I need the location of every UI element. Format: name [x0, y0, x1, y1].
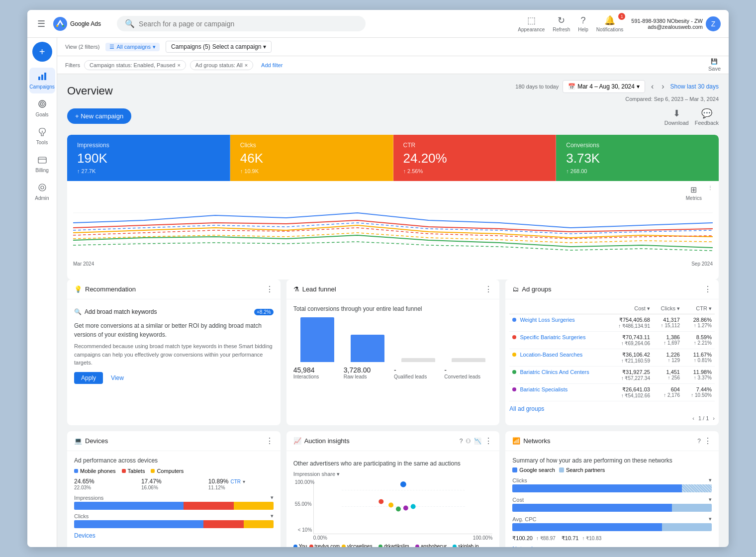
svg-point-23: [403, 506, 408, 511]
date-next-btn[interactable]: ›: [660, 80, 666, 93]
ad-group-link[interactable]: Location-Based Searches: [520, 352, 582, 358]
help-btn[interactable]: ? Help: [578, 15, 588, 32]
tablet-sub: 16.06%: [141, 485, 206, 490]
funnel-subtitle: Total conversions through your entire le…: [293, 305, 493, 312]
ad-group-link[interactable]: Bariatric Clinics And Centers: [520, 369, 589, 375]
pagination-prev-btn[interactable]: ‹: [692, 415, 694, 421]
sidebar-item-tools[interactable]: Tools: [29, 123, 55, 149]
chart-options-icon: ⋮: [708, 185, 713, 190]
svg-point-13: [41, 186, 44, 189]
date-range-picker[interactable]: 📅 Mar 4 – Aug 30, 2024 ▾: [563, 80, 645, 93]
auction-menu-btn[interactable]: ⋮: [484, 436, 492, 446]
auction-compare-icon[interactable]: ⚇: [466, 438, 471, 445]
tablet-stat: 17.47% 16.06%: [141, 478, 206, 490]
computers-legend: Computers: [151, 468, 184, 474]
col-clicks[interactable]: Clicks ▾: [653, 303, 683, 314]
search-bar[interactable]: 🔍: [117, 16, 366, 31]
auction-trend-icon[interactable]: 📉: [474, 438, 481, 445]
save-button[interactable]: 💾 Save: [708, 58, 721, 72]
google-cpc-stat: ₹100.20 ↑ ₹88.97: [512, 535, 556, 542]
metrics-btn[interactable]: ⊞ Metrics: [686, 185, 702, 201]
campaign-status-filter[interactable]: Campaign status: Enabled, Paused ×: [84, 60, 186, 70]
appearance-label: Appearance: [518, 27, 545, 32]
calendar-icon: 📅: [568, 83, 575, 90]
ad-group-link[interactable]: Bariatric Specialists: [520, 386, 567, 392]
cost-cell: ₹36,106.42 ↑ ₹21,160.59: [608, 349, 653, 367]
devices-subtitle: Ad performance across devices: [74, 457, 274, 464]
qualified-value: -: [394, 366, 442, 374]
cost-net-chevron: ▾: [709, 496, 712, 503]
ad-groups-title: 🗂 Ad groups: [512, 285, 551, 293]
add-filter-btn[interactable]: Add filter: [257, 61, 286, 70]
interactions-value: 45,984: [293, 366, 342, 374]
x-label-end: 100.00%: [473, 535, 492, 541]
campaigns-count-label: Campaigns (5): [171, 43, 210, 50]
auction-help-icon[interactable]: ?: [460, 438, 463, 445]
devices-menu-btn[interactable]: ⋮: [266, 436, 274, 446]
impressions-card[interactable]: Impressions 190K ↑ 27.7K: [67, 135, 230, 181]
ad-group-link[interactable]: Specific Bariatric Surgeries: [520, 334, 585, 340]
apply-recommendation-btn[interactable]: Apply: [74, 372, 103, 384]
sidebar-item-admin[interactable]: Admin: [29, 179, 55, 205]
chart-options-btn[interactable]: ⋮: [708, 185, 713, 201]
devices-link[interactable]: Devices: [74, 532, 274, 539]
ad-group-status-filter[interactable]: Ad group status: All ×: [190, 60, 253, 70]
impression-share-label[interactable]: Impression share ▾: [293, 471, 493, 477]
show-last-30-link[interactable]: Show last 30 days: [670, 83, 719, 90]
impressions-bar-label: Impressions ▾: [74, 494, 274, 501]
networks-legend: Google search Search partners: [512, 467, 712, 473]
search-input[interactable]: [139, 20, 358, 28]
conversions-card[interactable]: Conversions 3.73K ↑ 268.00: [556, 135, 719, 181]
svg-point-24: [410, 504, 415, 509]
view-recommendation-btn[interactable]: View: [107, 372, 128, 384]
networks-help-icon[interactable]: ?: [697, 438, 701, 445]
pagination-next-btn[interactable]: ›: [713, 415, 715, 421]
funnel-bar-converted: [444, 317, 492, 362]
ad-group-name-cell: Bariatric Clinics And Centers: [509, 367, 608, 384]
all-ad-groups-link[interactable]: All ad groups: [509, 401, 715, 412]
recommendation-menu-btn[interactable]: ⋮: [266, 284, 274, 294]
clicks-card[interactable]: Clicks 46K ↑ 10.9K: [230, 135, 393, 181]
create-button[interactable]: +: [32, 42, 52, 62]
download-btn[interactable]: ⬇ Download: [664, 108, 689, 126]
ctr-card[interactable]: CTR 24.20% ↑ 2.56%: [393, 135, 557, 181]
refresh-btn[interactable]: ↻ Refresh: [553, 15, 570, 32]
table-row: Location-Based Searches ₹36,106.42 ↑ ₹21…: [509, 349, 715, 367]
sidebar-item-campaigns[interactable]: Campaigns: [29, 68, 55, 93]
funnel-icon: ⚗: [293, 285, 299, 293]
filter-close-icon2[interactable]: ×: [245, 62, 248, 68]
page-content: Overview 180 days to today 📅 Mar 4 – Aug…: [57, 74, 729, 547]
funnel-bar-interactions: [293, 317, 342, 362]
ctr-cell: 7.44% ↑ 10.50%: [683, 384, 715, 401]
sidebar-item-billing[interactable]: Billing: [29, 151, 55, 177]
svg-rect-4: [41, 75, 43, 80]
networks-menu-btn[interactable]: ⋮: [704, 436, 712, 446]
hamburger-menu[interactable]: ☰: [35, 16, 47, 31]
new-campaign-button[interactable]: + New campaign: [67, 108, 131, 124]
clicks-net-chevron: ▾: [709, 477, 712, 483]
networks-link[interactable]: Networks: [512, 546, 712, 547]
col-cost[interactable]: Cost ▾: [608, 303, 653, 314]
funnel-menu-btn[interactable]: ⋮: [484, 284, 492, 294]
all-campaigns-filter[interactable]: ☰ All campaigns ▾: [105, 43, 159, 51]
filter-close-icon[interactable]: ×: [177, 62, 180, 68]
ad-groups-menu-btn[interactable]: ⋮: [704, 284, 712, 294]
notifications-btn[interactable]: 🔔 1 Notifications: [596, 15, 623, 32]
col-ctr[interactable]: CTR ▾: [683, 303, 715, 314]
account-menu[interactable]: 591-898-9380 NObesity - ZW ads@zealouswe…: [631, 16, 721, 31]
campaign-selector[interactable]: Campaigns (5) Select a campaign ▾: [166, 41, 272, 53]
sidebar-item-goals[interactable]: Goals: [29, 95, 55, 121]
notification-icon: 🔔: [604, 15, 615, 26]
ctr-cell: 28.86% ↑ 1.27%: [683, 314, 715, 332]
date-prev-btn[interactable]: ‹: [649, 80, 656, 93]
interactions-label: Interactions: [293, 374, 342, 379]
clicks-net-bar: [512, 484, 712, 492]
appearance-btn[interactable]: ⬚ Appearance: [518, 15, 545, 32]
feedback-btn[interactable]: 💬 Feedback: [695, 108, 719, 126]
download-label: Download: [664, 120, 689, 126]
all-campaigns-label: All campaigns: [116, 44, 150, 50]
partner-cpc-val: ₹10.71: [562, 535, 579, 541]
metric-cards: Impressions 190K ↑ 27.7K Clicks 46K ↑ 10…: [67, 135, 719, 279]
ctr-cell: 11.98% ↑ 3.37%: [683, 367, 715, 384]
ad-group-link[interactable]: Weight Loss Surgeries: [520, 317, 574, 323]
